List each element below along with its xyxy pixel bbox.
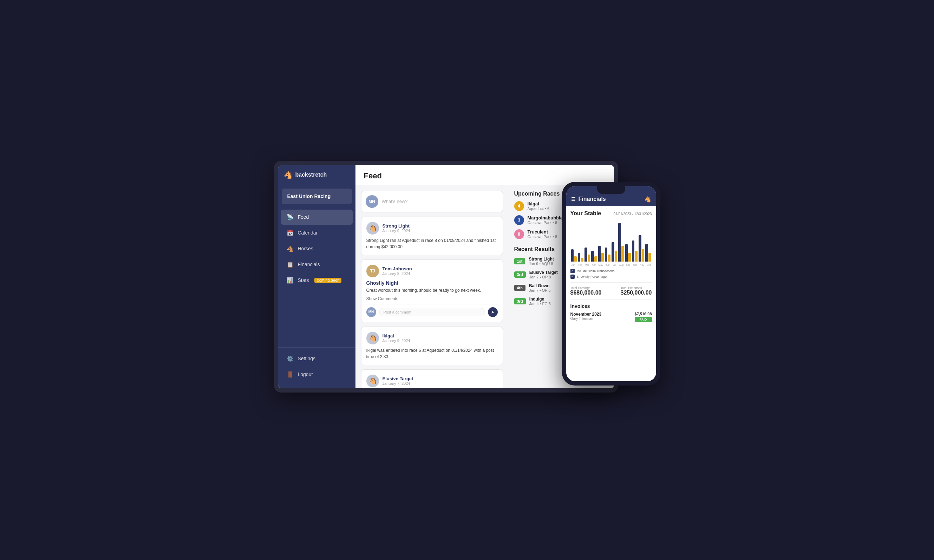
bar-group-Dec	[645, 244, 651, 262]
result-detail-4: Jan 4 • FG 6	[529, 302, 551, 306]
stable-header: Your Stable 01/01/2023 - 12/31/2023	[570, 210, 652, 217]
post-header-4: 🐴 Elusive Target January 7, 2024	[366, 375, 498, 387]
post-date-1: January 9, 2024	[382, 229, 410, 233]
chart-labels: JanFebMarAprMayJunJulAugSepOctNovDec	[570, 264, 652, 266]
result-detail-1: Jan 9 • AQU 8	[529, 262, 553, 266]
post-card-2: TJ Tom Johnson January 8, 2024 Ghostly N…	[361, 260, 503, 322]
chart-label-Oct: Oct	[632, 264, 638, 266]
result-badge-2: 3rd	[514, 271, 526, 278]
gold-bar-Jan	[574, 256, 577, 262]
race-detail-3: Oaklawn Park • 8	[527, 235, 558, 239]
post-input-area: MN What's new?	[361, 191, 503, 212]
show-comments-btn[interactable]: Show Comments	[366, 296, 498, 301]
sidebar-logout-label: Logout	[298, 371, 313, 377]
sidebar-settings-label: Settings	[298, 356, 316, 361]
chart-label-Aug: Aug	[618, 264, 624, 266]
stats-icon: 📊	[287, 277, 294, 284]
post-header-1: 🐴 Strong Light January 9, 2024	[366, 222, 498, 235]
phone: ☰ Financials 🐴 Your Stable 01/01/2023 - …	[562, 182, 660, 386]
race-horse-3: Truculent	[527, 229, 558, 235]
post-author-info-2: Tom Johnson January 8, 2024	[382, 266, 412, 275]
result-badge-1: 1st	[514, 258, 526, 265]
sidebar-item-feed[interactable]: 📡 Feed	[281, 209, 353, 225]
chart-label-Jul: Jul	[612, 264, 618, 266]
sidebar-item-financials-label: Financials	[298, 262, 320, 267]
bar-group-Oct	[632, 240, 638, 262]
race-number-3: 8	[514, 229, 524, 239]
post-card-4: 🐴 Elusive Target January 7, 2024 Elusive…	[361, 369, 503, 388]
chart-label-Nov: Nov	[639, 264, 645, 266]
current-user-avatar: MN	[366, 195, 378, 208]
sidebar-item-stats-label: Stats	[298, 277, 309, 283]
gold-bar-Nov	[642, 249, 644, 262]
gold-bar-Feb	[581, 258, 583, 262]
dark-bar-Jul	[612, 242, 614, 262]
phone-horse-icon: 🐴	[644, 196, 651, 203]
calendar-icon: 📅	[287, 229, 294, 236]
post-author-info-1: Strong Light January 9, 2024	[382, 223, 410, 233]
chart-options: ✓ Include Claim Transactions ✓ Show My P…	[570, 269, 652, 279]
sidebar-item-financials[interactable]: 📋 Financials	[281, 257, 353, 272]
result-horse-3: Ball Gown	[529, 283, 551, 288]
gold-bar-Jun	[608, 255, 610, 262]
author-avatar-4: 🐴	[366, 375, 379, 387]
phone-header-left: ☰ Financials	[571, 196, 606, 202]
invoice-amount: $7,516.08	[635, 312, 652, 316]
author-name-1: Strong Light	[382, 223, 410, 229]
gold-bar-Sep	[628, 253, 631, 262]
dark-bar-May	[598, 246, 601, 262]
total-expenses-item: Total Expenses $250,000.00	[621, 286, 652, 296]
coming-soon-badge: Coming Soon	[314, 278, 341, 283]
result-info-1: Strong Light Jan 9 • AQU 8	[529, 257, 553, 266]
total-earnings-label: Total Earnings	[570, 286, 602, 290]
comment-input[interactable]: Post a comment...	[379, 308, 485, 316]
gold-bar-Dec	[649, 253, 651, 262]
phone-screen: ☰ Financials 🐴 Your Stable 01/01/2023 - …	[566, 186, 656, 381]
logo-area: 🐴 backstretch	[278, 165, 356, 185]
phone-title: Financials	[578, 196, 606, 202]
show-percentage-checkbox[interactable]: ✓	[570, 275, 575, 279]
include-claims-checkbox[interactable]: ✓	[570, 269, 575, 273]
feed-column: MN What's new? 🐴 Strong Light January 9,…	[356, 185, 509, 388]
dark-bar-Mar	[584, 248, 587, 262]
race-number-2: 3	[514, 215, 524, 225]
sidebar-item-horses[interactable]: 🐴 Horses	[281, 241, 353, 256]
bar-group-Aug	[618, 223, 624, 262]
org-name[interactable]: East Union Racing	[282, 189, 352, 204]
chart-label-Feb: Feb	[577, 264, 583, 266]
result-detail-3: Jan 7 • OP 5	[529, 288, 551, 292]
chart-label-Dec: Dec	[646, 264, 652, 266]
result-horse-1: Strong Light	[529, 257, 553, 262]
result-badge-4: 3rd	[514, 298, 526, 305]
author-name-3: Ikigai	[382, 333, 410, 338]
result-horse-2: Elusive Target	[529, 270, 558, 275]
page-title: Feed	[364, 171, 606, 180]
gold-bar-Jul	[615, 251, 618, 262]
logo-icon: 🐴	[284, 171, 293, 179]
post-date-4: January 7, 2024	[382, 381, 413, 386]
sidebar-item-settings[interactable]: ⚙️ Settings	[281, 351, 353, 366]
total-earnings-value: $680,000.00	[570, 290, 602, 296]
gold-bar-May	[601, 253, 604, 262]
chart-option-1: ✓ Include Claim Transactions	[570, 269, 652, 273]
bar-chart	[570, 220, 652, 262]
chart-label-Apr: Apr	[591, 264, 597, 266]
sidebar-item-stats[interactable]: 📊 Stats Coming Soon	[281, 273, 353, 288]
include-claims-label: Include Claim Transactions	[577, 269, 615, 273]
hamburger-icon[interactable]: ☰	[571, 196, 576, 202]
author-avatar-1: 🐴	[366, 222, 379, 235]
race-detail-1: Aqueduct • 6	[527, 206, 550, 211]
send-comment-btn[interactable]: ➤	[488, 307, 498, 317]
sidebar-item-calendar[interactable]: 📅 Calendar	[281, 225, 353, 240]
post-card-3: 🐴 Ikigai January 9, 2024 Ikigai was ente…	[361, 326, 503, 365]
author-avatar-2: TJ	[366, 265, 379, 277]
sidebar-item-logout[interactable]: 🚪 Logout	[281, 367, 353, 382]
show-percentage-label: Show My Percentage	[577, 275, 607, 278]
post-input[interactable]: What's new?	[382, 199, 498, 204]
sidebar-item-horses-label: Horses	[298, 246, 313, 251]
bar-group-Feb	[578, 253, 583, 262]
bar-group-Jan	[571, 249, 577, 262]
post-card-1: 🐴 Strong Light January 9, 2024 Strong Li…	[361, 217, 503, 255]
invoice-left: November 2023 Gary Tillerman	[570, 312, 602, 320]
dark-bar-Feb	[578, 253, 581, 262]
